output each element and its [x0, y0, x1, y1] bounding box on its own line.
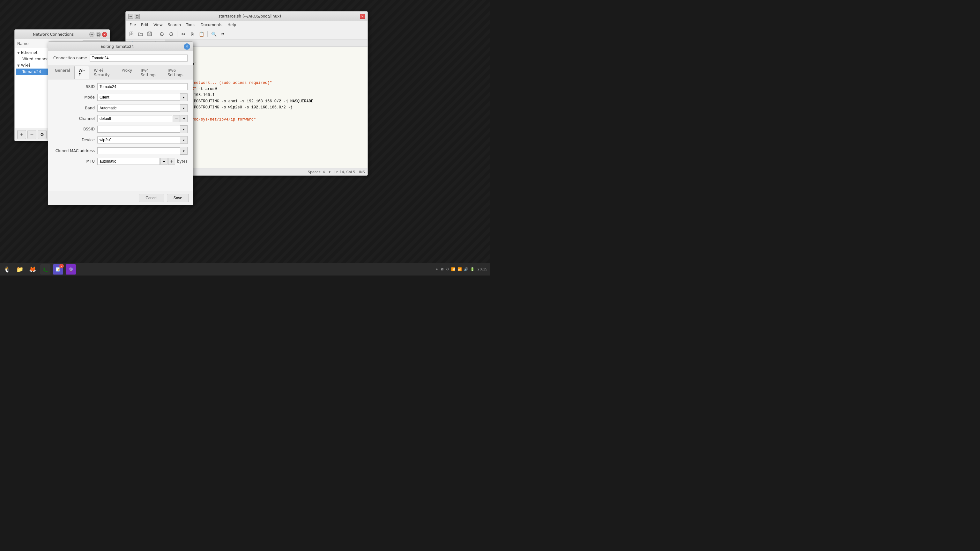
terminal-button[interactable]: $_ [40, 264, 51, 275]
tab-ipv6-settings[interactable]: IPv6 Settings [164, 66, 191, 79]
toolbar-find-button[interactable]: 🔍 [210, 30, 218, 38]
remove-connection-button[interactable]: − [27, 130, 37, 139]
new-file-icon [129, 32, 134, 37]
editing-dialog-title: Editing Tomato24 [51, 44, 184, 49]
cloned-mac-input[interactable] [97, 147, 180, 154]
toolbar-separator-2 [177, 31, 177, 37]
tab-ipv4-settings[interactable]: IPv4 Settings [137, 66, 163, 79]
editor-toolbar: ✂ ⎘ 📋 🔍 ⇄ [126, 29, 368, 40]
bssid-dropdown-button[interactable]: ▾ [180, 125, 188, 133]
editor-close-button[interactable]: ✕ [360, 14, 365, 19]
firefox-button[interactable]: 🦊 [27, 264, 38, 275]
band-dropdown-button[interactable]: ▾ [180, 104, 188, 112]
maximize-button[interactable]: □ [96, 32, 101, 37]
toolbar-cut-button[interactable]: ✂ [179, 30, 188, 38]
settings-button[interactable]: ⚙ [38, 130, 46, 139]
name-label: Name [17, 41, 29, 46]
menu-help[interactable]: Help [225, 22, 239, 28]
system-tray: ✦ 🖥 🛡 📶 📶 🔊 🔋 [436, 267, 475, 272]
terminal-icon: $_ [40, 264, 50, 275]
mode-select-wrapper: ▾ [97, 94, 188, 101]
menu-documents[interactable]: Documents [198, 22, 225, 28]
menu-file[interactable]: File [127, 22, 138, 28]
cloned-mac-dropdown-button[interactable]: ▾ [180, 147, 188, 155]
device-dropdown-button[interactable]: ▾ [180, 136, 188, 144]
tab-wifi[interactable]: Wi-Fi [74, 66, 89, 79]
toolbar-replace-button[interactable]: ⇄ [218, 30, 227, 38]
menu-tools[interactable]: Tools [183, 22, 198, 28]
band-select-wrapper: ▾ [97, 104, 188, 112]
toolbar-undo-button[interactable] [158, 30, 166, 38]
cloned-mac-label: Cloned MAC address [53, 149, 95, 153]
mode-dropdown-button[interactable]: ▾ [180, 94, 188, 101]
tab-general[interactable]: General [51, 66, 74, 79]
band-row: Band ▾ [53, 104, 188, 112]
toolbar-save-button[interactable] [145, 30, 154, 38]
add-connection-button[interactable]: + [17, 130, 26, 139]
device-label: Device [53, 138, 95, 142]
form-spacer [48, 172, 192, 191]
tab-wifi-security[interactable]: Wi-Fi Security [90, 66, 117, 79]
taskbar-right: ✦ 🖥 🛡 📶 📶 🔊 🔋 20:15 [433, 267, 490, 272]
network-connections-title: Network Connections [17, 32, 89, 37]
position-label: Ln 14, Col 5 [334, 170, 355, 174]
toolbar-redo-button[interactable] [167, 30, 175, 38]
mtu-input[interactable] [97, 158, 160, 165]
menu-search[interactable]: Search [165, 22, 183, 28]
battery-icon[interactable]: 🔋 [470, 267, 475, 272]
tab-proxy[interactable]: Proxy [118, 66, 136, 79]
ssid-input[interactable] [97, 83, 188, 90]
channel-decrement-button[interactable]: − [173, 115, 180, 122]
app5-icon: 🔮 [66, 264, 76, 275]
save-icon [147, 32, 152, 37]
files-button[interactable]: 📁 [14, 264, 25, 275]
editor-menubar: File Edit View Search Tools Documents He… [126, 21, 368, 29]
app5-button[interactable]: 🔮 [65, 264, 76, 275]
band-label: Band [53, 106, 95, 110]
ethernet-arrow-icon: ▼ [17, 51, 20, 54]
wifi-label: Wi-Fi [21, 63, 30, 68]
spaces-label: Spaces: 4 [308, 170, 325, 174]
mtu-increment-button[interactable]: + [168, 158, 175, 165]
menu-view[interactable]: View [151, 22, 165, 28]
toolbar-paste-button[interactable]: 📋 [197, 30, 205, 38]
cancel-button[interactable]: Cancel [139, 194, 164, 202]
editing-dialog-close-button[interactable]: ✕ [184, 43, 190, 50]
vpn-icon[interactable]: 🛡 [445, 267, 449, 272]
minimize-button[interactable]: — [89, 32, 94, 37]
mode-row: Mode ▾ [53, 94, 188, 101]
toolbar-open-button[interactable] [137, 30, 145, 38]
connection-name-input[interactable] [90, 54, 188, 62]
taskbar: 🐧 📁 🦊 $_ 📝 2 🔮 ✦ 🖥 🛡 [0, 263, 490, 275]
editor-maximize-button[interactable]: □ [135, 14, 140, 19]
status-right: Spaces: 4 ▾ Ln 14, Col 5 INS [308, 170, 365, 174]
notes-badge: 2 [59, 264, 64, 268]
wifi-arrow-icon: ▼ [17, 64, 20, 67]
redo-icon [169, 32, 173, 37]
editor-minimize-button[interactable]: — [128, 14, 134, 19]
remove-icon: − [30, 132, 34, 137]
bssid-input[interactable] [97, 125, 180, 133]
wifi-strength-icon[interactable]: 📶 [457, 267, 462, 272]
save-button[interactable]: Save [167, 194, 189, 202]
channel-input[interactable] [97, 115, 172, 122]
mode-input [97, 94, 180, 101]
channel-increment-button[interactable]: + [181, 115, 188, 122]
volume-icon[interactable]: 📶 [451, 267, 455, 272]
toolbar-copy-button[interactable]: ⎘ [188, 30, 197, 38]
channel-row: Channel − + [53, 115, 188, 122]
close-button[interactable]: ✕ [102, 32, 107, 37]
cloned-mac-row: Cloned MAC address ▾ [53, 147, 188, 155]
wifi-settings-form: SSID Mode ▾ Band ▾ Chan [48, 79, 192, 172]
notes-button[interactable]: 📝 2 [52, 264, 64, 275]
menu-edit[interactable]: Edit [138, 22, 151, 28]
start-icon: 🐧 [2, 264, 12, 275]
network-icon[interactable]: 🖥 [440, 267, 444, 272]
undo-icon [159, 32, 165, 37]
toolbar-new-button[interactable] [127, 30, 136, 38]
start-menu-button[interactable]: 🐧 [1, 264, 13, 275]
audio-icon[interactable]: 🔊 [464, 267, 468, 272]
bluetooth-icon[interactable]: ✦ [436, 267, 438, 272]
clock: 20:15 [477, 267, 487, 272]
mtu-decrement-button[interactable]: − [161, 158, 167, 165]
